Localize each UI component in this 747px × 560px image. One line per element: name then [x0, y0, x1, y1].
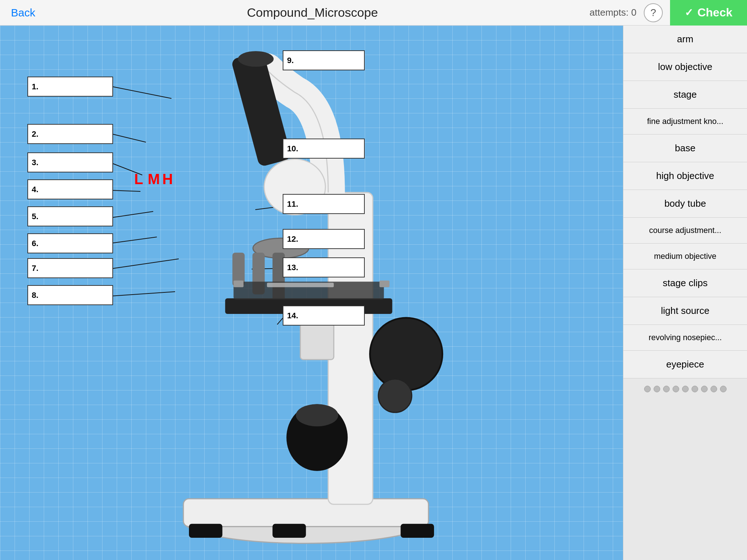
dot-3 [663, 386, 670, 392]
answer-stage[interactable]: stage [623, 81, 747, 109]
answer-stage-clips[interactable]: stage clips [623, 269, 747, 297]
label-num-13: 13. [287, 263, 298, 272]
answer-low-objective[interactable]: low objective [623, 53, 747, 81]
label-num-5: 5. [32, 212, 38, 221]
svg-point-37 [378, 379, 412, 413]
dots-area [623, 378, 747, 400]
label-num-8: 8. [32, 291, 38, 300]
label-box-3[interactable]: 3. [27, 152, 113, 172]
label-num-2: 2. [32, 129, 38, 139]
label-box-1[interactable]: 1. [27, 77, 113, 97]
label-num-3: 3. [32, 158, 38, 167]
label-box-14[interactable]: 14. [283, 306, 365, 326]
svg-rect-32 [267, 283, 334, 287]
label-num-11: 11. [287, 199, 298, 209]
label-num-14: 14. [287, 311, 298, 320]
label-num-1: 1. [32, 82, 38, 92]
dot-9 [720, 386, 727, 392]
check-label: Check [697, 6, 732, 19]
svg-point-36 [370, 318, 442, 390]
dot-6 [692, 386, 698, 392]
answer-eyepiece[interactable]: eyepiece [623, 351, 747, 378]
label-num-7: 7. [32, 264, 38, 273]
dot-7 [701, 386, 708, 392]
dot-2 [654, 386, 660, 392]
label-box-12[interactable]: 12. [283, 229, 365, 249]
svg-rect-21 [272, 524, 306, 538]
answer-course-adjustment[interactable]: course adjustment... [623, 218, 747, 244]
label-num-10: 10. [287, 144, 298, 153]
answer-revolving-nosepiece[interactable]: revolving nosepiec... [623, 325, 747, 351]
svg-point-24 [238, 51, 274, 67]
answer-base[interactable]: base [623, 135, 747, 162]
main-content: L M H [0, 26, 747, 560]
question-icon: ? [650, 7, 656, 19]
page-title: Compound_Microscope [35, 5, 590, 20]
dot-4 [673, 386, 679, 392]
answer-body-tube[interactable]: body tube [623, 190, 747, 218]
label-box-6[interactable]: 6. [27, 233, 113, 253]
label-box-2[interactable]: 2. [27, 124, 113, 144]
dot-1 [644, 386, 651, 392]
label-box-13[interactable]: 13. [283, 257, 365, 277]
svg-rect-18 [183, 499, 429, 526]
diagram-area: L M H [0, 26, 623, 560]
label-box-5[interactable]: 5. [27, 206, 113, 226]
attempts-counter: attempts: 0 [589, 7, 636, 18]
answer-light-source[interactable]: light source [623, 297, 747, 325]
svg-rect-19 [189, 524, 222, 538]
svg-rect-33 [233, 280, 243, 287]
svg-rect-20 [400, 524, 434, 538]
back-button[interactable]: Back [11, 7, 35, 19]
checkmark-icon: ✓ [685, 7, 693, 19]
answer-fine-adjustment[interactable]: fine adjustment kno... [623, 109, 747, 135]
answers-panel: arm low objective stage fine adjustment … [623, 26, 747, 560]
answer-high-objective[interactable]: high objective [623, 162, 747, 190]
label-box-7[interactable]: 7. [27, 258, 113, 278]
svg-point-39 [296, 404, 338, 426]
header: Back Compound_Microscope attempts: 0 ? ✓… [0, 0, 747, 26]
svg-rect-34 [379, 280, 389, 287]
label-num-4: 4. [32, 185, 38, 194]
label-box-10[interactable]: 10. [283, 139, 365, 159]
check-button[interactable]: ✓ Check [670, 0, 747, 26]
dot-8 [711, 386, 717, 392]
help-button[interactable]: ? [644, 3, 663, 22]
label-num-6: 6. [32, 239, 38, 248]
label-box-11[interactable]: 11. [283, 194, 365, 214]
dot-5 [682, 386, 689, 392]
label-box-8[interactable]: 8. [27, 285, 113, 305]
label-box-9[interactable]: 9. [283, 50, 365, 70]
label-num-9: 9. [287, 56, 294, 65]
label-box-4[interactable]: 4. [27, 179, 113, 199]
answer-arm[interactable]: arm [623, 26, 747, 53]
answer-medium-objective[interactable]: medium objective [623, 244, 747, 269]
label-num-12: 12. [287, 234, 298, 244]
